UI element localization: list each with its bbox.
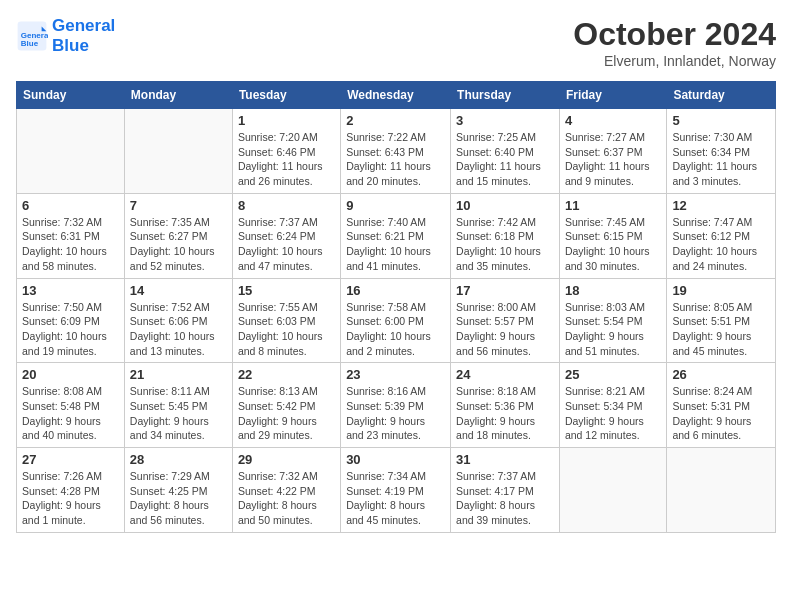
col-saturday: Saturday — [667, 82, 776, 109]
day-cell: 6Sunrise: 7:32 AMSunset: 6:31 PMDaylight… — [17, 193, 125, 278]
day-number: 8 — [238, 198, 335, 213]
col-friday: Friday — [559, 82, 666, 109]
day-number: 20 — [22, 367, 119, 382]
logo-blue: Blue — [52, 36, 115, 56]
day-cell: 7Sunrise: 7:35 AMSunset: 6:27 PMDaylight… — [124, 193, 232, 278]
day-cell: 2Sunrise: 7:22 AMSunset: 6:43 PMDaylight… — [341, 109, 451, 194]
day-detail: Sunrise: 7:50 AMSunset: 6:09 PMDaylight:… — [22, 300, 119, 359]
week-row-2: 6Sunrise: 7:32 AMSunset: 6:31 PMDaylight… — [17, 193, 776, 278]
day-cell: 21Sunrise: 8:11 AMSunset: 5:45 PMDayligh… — [124, 363, 232, 448]
title-block: October 2024 Elverum, Innlandet, Norway — [573, 16, 776, 69]
day-cell: 27Sunrise: 7:26 AMSunset: 4:28 PMDayligh… — [17, 448, 125, 533]
day-cell — [124, 109, 232, 194]
day-number: 10 — [456, 198, 554, 213]
day-number: 21 — [130, 367, 227, 382]
svg-text:Blue: Blue — [21, 38, 39, 47]
day-number: 4 — [565, 113, 661, 128]
day-cell: 30Sunrise: 7:34 AMSunset: 4:19 PMDayligh… — [341, 448, 451, 533]
col-wednesday: Wednesday — [341, 82, 451, 109]
day-detail: Sunrise: 7:35 AMSunset: 6:27 PMDaylight:… — [130, 215, 227, 274]
day-cell: 28Sunrise: 7:29 AMSunset: 4:25 PMDayligh… — [124, 448, 232, 533]
day-detail: Sunrise: 7:52 AMSunset: 6:06 PMDaylight:… — [130, 300, 227, 359]
day-cell: 25Sunrise: 8:21 AMSunset: 5:34 PMDayligh… — [559, 363, 666, 448]
day-cell: 24Sunrise: 8:18 AMSunset: 5:36 PMDayligh… — [451, 363, 560, 448]
day-number: 9 — [346, 198, 445, 213]
day-detail: Sunrise: 7:58 AMSunset: 6:00 PMDaylight:… — [346, 300, 445, 359]
header-row: SundayMondayTuesdayWednesdayThursdayFrid… — [17, 82, 776, 109]
day-detail: Sunrise: 8:11 AMSunset: 5:45 PMDaylight:… — [130, 384, 227, 443]
day-cell: 15Sunrise: 7:55 AMSunset: 6:03 PMDayligh… — [232, 278, 340, 363]
page-header: General Blue General Blue October 2024 E… — [16, 16, 776, 69]
day-detail: Sunrise: 8:16 AMSunset: 5:39 PMDaylight:… — [346, 384, 445, 443]
day-detail: Sunrise: 7:27 AMSunset: 6:37 PMDaylight:… — [565, 130, 661, 189]
day-detail: Sunrise: 7:34 AMSunset: 4:19 PMDaylight:… — [346, 469, 445, 528]
day-number: 22 — [238, 367, 335, 382]
logo-general: General — [52, 16, 115, 35]
day-number: 30 — [346, 452, 445, 467]
logo: General Blue General Blue — [16, 16, 115, 55]
day-cell: 1Sunrise: 7:20 AMSunset: 6:46 PMDaylight… — [232, 109, 340, 194]
week-row-5: 27Sunrise: 7:26 AMSunset: 4:28 PMDayligh… — [17, 448, 776, 533]
day-number: 2 — [346, 113, 445, 128]
day-number: 26 — [672, 367, 770, 382]
day-detail: Sunrise: 8:05 AMSunset: 5:51 PMDaylight:… — [672, 300, 770, 359]
day-number: 12 — [672, 198, 770, 213]
day-number: 7 — [130, 198, 227, 213]
month-title: October 2024 — [573, 16, 776, 53]
day-cell — [559, 448, 666, 533]
day-cell: 29Sunrise: 7:32 AMSunset: 4:22 PMDayligh… — [232, 448, 340, 533]
week-row-4: 20Sunrise: 8:08 AMSunset: 5:48 PMDayligh… — [17, 363, 776, 448]
day-number: 19 — [672, 283, 770, 298]
day-number: 29 — [238, 452, 335, 467]
day-number: 13 — [22, 283, 119, 298]
col-thursday: Thursday — [451, 82, 560, 109]
col-tuesday: Tuesday — [232, 82, 340, 109]
day-cell: 26Sunrise: 8:24 AMSunset: 5:31 PMDayligh… — [667, 363, 776, 448]
calendar-table: SundayMondayTuesdayWednesdayThursdayFrid… — [16, 81, 776, 533]
day-number: 17 — [456, 283, 554, 298]
day-detail: Sunrise: 7:32 AMSunset: 4:22 PMDaylight:… — [238, 469, 335, 528]
day-cell: 11Sunrise: 7:45 AMSunset: 6:15 PMDayligh… — [559, 193, 666, 278]
day-cell: 3Sunrise: 7:25 AMSunset: 6:40 PMDaylight… — [451, 109, 560, 194]
day-cell: 20Sunrise: 8:08 AMSunset: 5:48 PMDayligh… — [17, 363, 125, 448]
col-sunday: Sunday — [17, 82, 125, 109]
day-cell: 12Sunrise: 7:47 AMSunset: 6:12 PMDayligh… — [667, 193, 776, 278]
day-cell: 8Sunrise: 7:37 AMSunset: 6:24 PMDaylight… — [232, 193, 340, 278]
day-cell: 19Sunrise: 8:05 AMSunset: 5:51 PMDayligh… — [667, 278, 776, 363]
day-detail: Sunrise: 8:08 AMSunset: 5:48 PMDaylight:… — [22, 384, 119, 443]
day-detail: Sunrise: 7:55 AMSunset: 6:03 PMDaylight:… — [238, 300, 335, 359]
col-monday: Monday — [124, 82, 232, 109]
day-cell: 14Sunrise: 7:52 AMSunset: 6:06 PMDayligh… — [124, 278, 232, 363]
day-number: 24 — [456, 367, 554, 382]
day-cell: 31Sunrise: 7:37 AMSunset: 4:17 PMDayligh… — [451, 448, 560, 533]
day-detail: Sunrise: 7:20 AMSunset: 6:46 PMDaylight:… — [238, 130, 335, 189]
day-detail: Sunrise: 7:25 AMSunset: 6:40 PMDaylight:… — [456, 130, 554, 189]
day-cell — [17, 109, 125, 194]
logo-icon: General Blue — [16, 20, 48, 52]
day-number: 6 — [22, 198, 119, 213]
day-detail: Sunrise: 8:21 AMSunset: 5:34 PMDaylight:… — [565, 384, 661, 443]
day-detail: Sunrise: 7:42 AMSunset: 6:18 PMDaylight:… — [456, 215, 554, 274]
day-detail: Sunrise: 7:40 AMSunset: 6:21 PMDaylight:… — [346, 215, 445, 274]
day-cell: 5Sunrise: 7:30 AMSunset: 6:34 PMDaylight… — [667, 109, 776, 194]
day-detail: Sunrise: 7:45 AMSunset: 6:15 PMDaylight:… — [565, 215, 661, 274]
day-number: 5 — [672, 113, 770, 128]
day-number: 16 — [346, 283, 445, 298]
week-row-1: 1Sunrise: 7:20 AMSunset: 6:46 PMDaylight… — [17, 109, 776, 194]
day-cell: 16Sunrise: 7:58 AMSunset: 6:00 PMDayligh… — [341, 278, 451, 363]
day-detail: Sunrise: 7:22 AMSunset: 6:43 PMDaylight:… — [346, 130, 445, 189]
day-detail: Sunrise: 7:32 AMSunset: 6:31 PMDaylight:… — [22, 215, 119, 274]
day-detail: Sunrise: 7:29 AMSunset: 4:25 PMDaylight:… — [130, 469, 227, 528]
day-cell: 10Sunrise: 7:42 AMSunset: 6:18 PMDayligh… — [451, 193, 560, 278]
day-cell: 4Sunrise: 7:27 AMSunset: 6:37 PMDaylight… — [559, 109, 666, 194]
day-number: 28 — [130, 452, 227, 467]
day-detail: Sunrise: 7:37 AMSunset: 6:24 PMDaylight:… — [238, 215, 335, 274]
day-number: 23 — [346, 367, 445, 382]
day-cell: 17Sunrise: 8:00 AMSunset: 5:57 PMDayligh… — [451, 278, 560, 363]
day-number: 14 — [130, 283, 227, 298]
day-detail: Sunrise: 7:30 AMSunset: 6:34 PMDaylight:… — [672, 130, 770, 189]
day-detail: Sunrise: 8:18 AMSunset: 5:36 PMDaylight:… — [456, 384, 554, 443]
day-detail: Sunrise: 7:26 AMSunset: 4:28 PMDaylight:… — [22, 469, 119, 528]
day-number: 1 — [238, 113, 335, 128]
day-cell: 23Sunrise: 8:16 AMSunset: 5:39 PMDayligh… — [341, 363, 451, 448]
